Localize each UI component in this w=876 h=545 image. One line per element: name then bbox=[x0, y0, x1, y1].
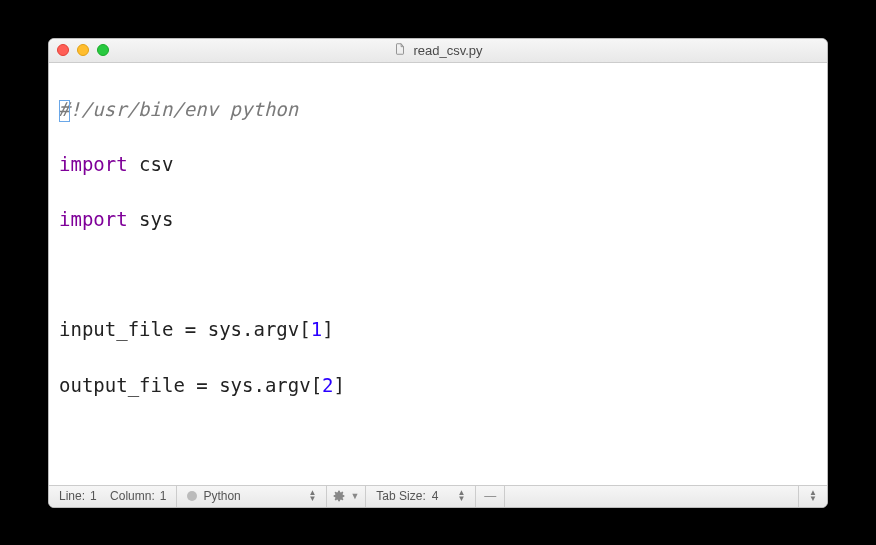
code-text: sys bbox=[128, 208, 174, 230]
tab-size-label: Tab Size: bbox=[376, 489, 425, 503]
code-keyword: import bbox=[59, 153, 128, 175]
minus-icon: — bbox=[484, 489, 496, 503]
tab-size-selector[interactable]: Tab Size: 4 ▲▼ bbox=[366, 486, 476, 507]
code-editor[interactable]: #!/usr/bin/env python import csv import … bbox=[49, 63, 827, 485]
stepper-icon: ▲▼ bbox=[457, 490, 465, 502]
maximize-button[interactable] bbox=[97, 44, 109, 56]
stepper-icon: ▲▼ bbox=[309, 490, 317, 502]
code-shebang: #!/usr/bin/env python bbox=[58, 98, 298, 120]
syntax-icon bbox=[187, 491, 197, 501]
column-label: Column: bbox=[110, 489, 155, 503]
collapse-button[interactable]: — bbox=[476, 486, 505, 507]
titlebar[interactable]: read_csv.py bbox=[49, 39, 827, 63]
code-text: ] bbox=[322, 318, 333, 340]
line-label: Line: bbox=[59, 489, 85, 503]
code-text: input_file = sys.argv[ bbox=[59, 318, 311, 340]
window-title: read_csv.py bbox=[49, 42, 827, 59]
code-text: ] bbox=[334, 374, 345, 396]
editor-window: read_csv.py #!/usr/bin/env python import… bbox=[48, 38, 828, 508]
column-value: 1 bbox=[160, 489, 167, 503]
code-number: 1 bbox=[311, 318, 322, 340]
window-title-text: read_csv.py bbox=[413, 43, 482, 58]
right-stepper[interactable]: ▲▼ bbox=[798, 486, 827, 507]
settings-button[interactable]: ▼ bbox=[327, 486, 366, 507]
minimize-button[interactable] bbox=[77, 44, 89, 56]
status-bar: Line: 1 Column: 1 Python ▲▼ ▼ Tab Size: bbox=[49, 485, 827, 507]
cursor-position[interactable]: Line: 1 Column: 1 bbox=[49, 486, 177, 507]
code-text: csv bbox=[128, 153, 174, 175]
chevron-down-icon: ▼ bbox=[350, 491, 359, 501]
tab-size-value: 4 bbox=[432, 489, 439, 503]
close-button[interactable] bbox=[57, 44, 69, 56]
stepper-icon: ▲▼ bbox=[809, 490, 817, 502]
line-value: 1 bbox=[90, 489, 97, 503]
syntax-selector[interactable]: Python ▲▼ bbox=[177, 486, 327, 507]
file-icon bbox=[393, 42, 407, 59]
text-cursor bbox=[59, 100, 70, 122]
syntax-name: Python bbox=[203, 489, 240, 503]
code-keyword: import bbox=[59, 208, 128, 230]
code-text: output_file = sys.argv[ bbox=[59, 374, 322, 396]
traffic-lights bbox=[57, 44, 109, 56]
code-number: 2 bbox=[322, 374, 333, 396]
gear-icon bbox=[333, 490, 345, 502]
